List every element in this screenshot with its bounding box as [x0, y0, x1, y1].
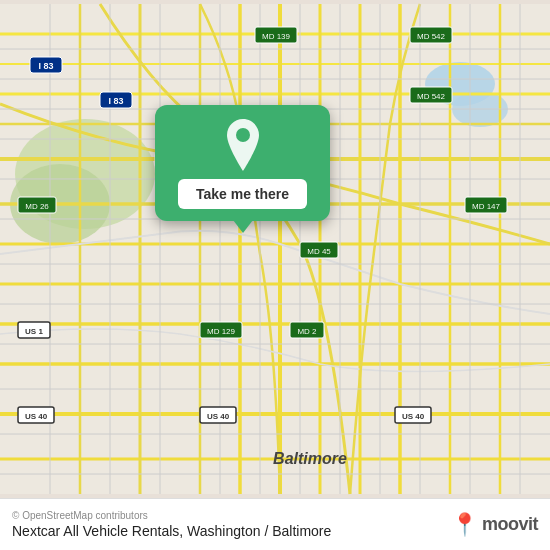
app-container: I 83 I 83 I 83 MD 139 MD 542 MD 542 MD 2…: [0, 0, 550, 550]
location-name: Nextcar All Vehicle Rentals, Washington …: [12, 523, 331, 539]
svg-text:Baltimore: Baltimore: [273, 450, 347, 467]
svg-text:MD 129: MD 129: [207, 327, 236, 336]
map-area: I 83 I 83 I 83 MD 139 MD 542 MD 542 MD 2…: [0, 0, 550, 498]
moovit-brand-text: moovit: [482, 514, 538, 535]
svg-text:MD 26: MD 26: [25, 202, 49, 211]
attribution-text: © OpenStreetMap contributors: [12, 510, 331, 521]
svg-text:MD 147: MD 147: [472, 202, 501, 211]
svg-text:US 1: US 1: [25, 327, 43, 336]
map-svg: I 83 I 83 I 83 MD 139 MD 542 MD 542 MD 2…: [0, 0, 550, 498]
svg-text:US 40: US 40: [25, 412, 48, 421]
moovit-pin-icon: 📍: [451, 512, 478, 538]
svg-text:US 40: US 40: [402, 412, 425, 421]
svg-text:I 83: I 83: [38, 61, 53, 71]
bottom-bar: © OpenStreetMap contributors Nextcar All…: [0, 498, 550, 550]
svg-text:MD 2: MD 2: [297, 327, 317, 336]
svg-point-81: [236, 128, 250, 142]
bottom-left-info: © OpenStreetMap contributors Nextcar All…: [12, 510, 331, 539]
pin-icon-wrapper: [217, 119, 269, 171]
location-popup: Take me there: [155, 105, 330, 221]
svg-text:MD 542: MD 542: [417, 32, 446, 41]
take-me-there-button[interactable]: Take me there: [178, 179, 307, 209]
moovit-logo: 📍 moovit: [451, 512, 538, 538]
svg-text:MD 139: MD 139: [262, 32, 291, 41]
svg-text:MD 542: MD 542: [417, 92, 446, 101]
svg-text:I 83: I 83: [108, 96, 123, 106]
svg-text:MD 45: MD 45: [307, 247, 331, 256]
svg-text:US 40: US 40: [207, 412, 230, 421]
location-pin-icon: [221, 119, 265, 171]
